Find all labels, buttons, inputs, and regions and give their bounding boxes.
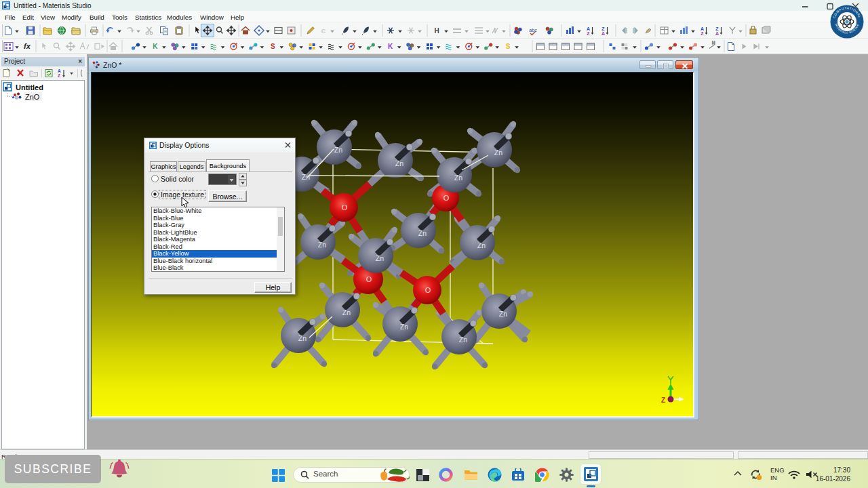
svg-text:Z: Z	[58, 73, 60, 78]
svg-text:Z: Z	[587, 31, 590, 36]
svg-text:Z: Z	[701, 31, 704, 36]
svg-text:Zn: Zn	[418, 229, 427, 237]
svg-text:Untitled: Untitled	[16, 83, 43, 92]
svg-text:Zn: Zn	[318, 241, 326, 249]
svg-text:Zn: Zn	[499, 310, 507, 318]
svg-text:Z: Z	[601, 26, 605, 31]
svg-text:A: A	[715, 31, 719, 36]
svg-text:H: H	[712, 41, 715, 45]
svg-text:Zn: Zn	[298, 334, 307, 342]
svg-text:K: K	[153, 43, 158, 50]
svg-text:H: H	[434, 27, 439, 35]
svg-text:ZnO: ZnO	[25, 93, 40, 101]
svg-text:A: A	[601, 31, 605, 36]
svg-text:Zn: Zn	[494, 148, 502, 157]
svg-text:S: S	[271, 43, 275, 50]
svg-text:C: C	[321, 28, 326, 35]
svg-text:Zn: Zn	[477, 241, 486, 249]
svg-text:O: O	[366, 275, 372, 283]
svg-text:Zn: Zn	[395, 159, 403, 167]
svg-text:Display Options: Display Options	[159, 141, 210, 149]
svg-text:Zn: Zn	[454, 174, 462, 182]
svg-text:O: O	[425, 286, 431, 294]
svg-text:O: O	[443, 194, 450, 202]
svg-text:Zn: Zn	[334, 146, 342, 154]
svg-text:Z: Z	[715, 26, 719, 31]
svg-text:Zn: Zn	[400, 323, 408, 331]
svg-text:S: S	[506, 43, 511, 50]
svg-text:O: O	[342, 203, 348, 211]
svg-text:Z: Z	[661, 396, 665, 404]
svg-text:Zn: Zn	[459, 336, 467, 344]
svg-text:Zn: Zn	[302, 173, 310, 181]
svg-text:fx: fx	[24, 42, 31, 50]
svg-text:A: A	[587, 26, 590, 31]
svg-text:abc: abc	[529, 28, 537, 33]
svg-text:Zn: Zn	[342, 308, 351, 317]
svg-text:A: A	[701, 26, 704, 31]
svg-text:K: K	[388, 43, 393, 50]
svg-text:A: A	[58, 68, 61, 73]
svg-text:Zn: Zn	[376, 254, 384, 262]
